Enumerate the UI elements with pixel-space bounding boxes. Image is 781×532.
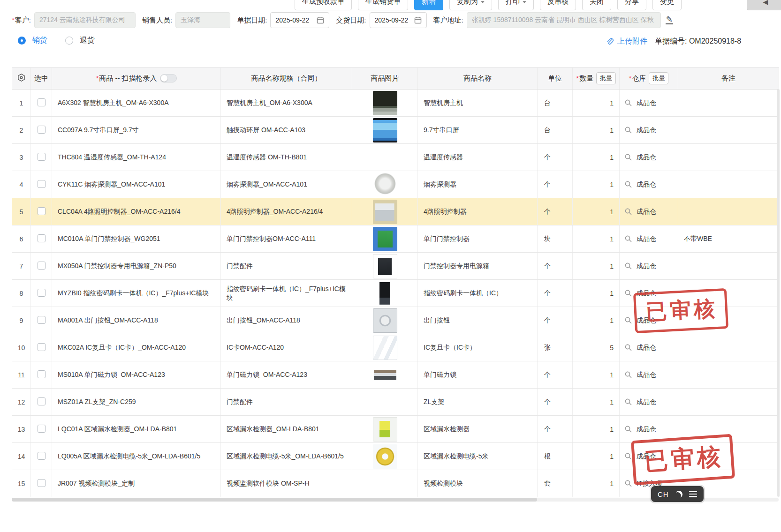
remark-cell[interactable] (678, 307, 779, 334)
remark-cell[interactable] (678, 389, 779, 416)
warehouse-cell[interactable]: 成品仓 (620, 171, 678, 198)
product-image[interactable] (373, 227, 397, 251)
barcode-scan-toggle[interactable] (160, 74, 177, 82)
row-checkbox[interactable] (38, 479, 45, 487)
warehouse-batch-button[interactable]: 批量 (649, 72, 668, 84)
remark-cell[interactable] (678, 171, 779, 198)
remark-cell[interactable] (678, 334, 779, 361)
qty-cell[interactable]: 1 (573, 198, 620, 225)
qty-cell[interactable]: 1 (573, 361, 620, 389)
spec-cell[interactable]: 单门门禁控制器OM-ACC-A111 (221, 225, 352, 253)
spec-cell[interactable]: 门禁配件 (221, 253, 352, 280)
spec-cell[interactable]: 出门按钮_OM-ACC-A118 (221, 307, 352, 334)
remark-cell[interactable] (678, 361, 779, 389)
generate-sales-invoice-button[interactable]: 生成销货单 (358, 0, 408, 10)
warehouse-cell[interactable]: 成品仓 (620, 225, 678, 253)
warehouse-cell[interactable]: 成品仓 (620, 443, 678, 470)
row-checkbox[interactable] (38, 425, 45, 433)
remark-cell[interactable] (678, 416, 779, 443)
qty-cell[interactable]: 1 (573, 416, 620, 443)
product-cell[interactable]: MS010A 单门磁力锁_OM-ACC-A123 (52, 361, 221, 389)
add-new-button[interactable]: 新增 (414, 0, 443, 10)
spec-cell[interactable]: 指纹密码刷卡一体机（IC）_F7plus+IC模块 (221, 280, 352, 307)
remark-cell[interactable] (678, 144, 779, 171)
generate-advance-receipt-button[interactable]: 生成预收款单 (295, 0, 352, 10)
warehouse-cell[interactable]: 成品仓 (620, 307, 678, 334)
row-checkbox[interactable] (38, 207, 45, 215)
spec-cell[interactable]: 门禁配件 (221, 389, 352, 416)
warehouse-cell[interactable]: 成品仓 (620, 416, 678, 443)
remark-cell[interactable]: 不带WBE (678, 225, 779, 253)
product-image[interactable] (373, 200, 397, 224)
row-checkbox[interactable] (38, 262, 45, 270)
product-image[interactable] (373, 254, 397, 278)
product-image[interactable] (373, 91, 397, 115)
product-cell[interactable]: CYK11C 烟雾探测器_OM-ACC-A101 (52, 171, 221, 198)
spec-cell[interactable]: 烟雾探测器_OM-ACC-A101 (221, 171, 352, 198)
language-code[interactable]: CH (658, 490, 669, 498)
qty-cell[interactable]: 1 (573, 443, 620, 470)
warehouse-cell[interactable]: 成品仓 (620, 144, 678, 171)
product-cell[interactable]: MX050A 门禁控制器专用电源箱_ZN-P50 (52, 253, 221, 280)
search-icon[interactable] (624, 99, 632, 107)
warehouse-cell[interactable]: 成品仓 (620, 280, 678, 307)
qty-cell[interactable]: 5 (573, 334, 620, 361)
row-checkbox[interactable] (38, 343, 45, 351)
row-checkbox[interactable] (38, 98, 45, 106)
spec-cell[interactable]: 智慧机房主机_OM-A6-X300A (221, 90, 352, 117)
spec-cell[interactable]: 触摸动环屏 OM-ACC-A103 (221, 117, 352, 144)
qty-cell[interactable]: 1 (573, 90, 620, 117)
search-icon[interactable] (624, 452, 632, 460)
spec-cell[interactable]: IC卡OM-ACC-A120 (221, 334, 352, 361)
product-cell[interactable]: THC804 温湿度传感器_OM-TH-A124 (52, 144, 221, 171)
product-cell[interactable]: MSZ01A ZL支架_ZN-C259 (52, 389, 221, 416)
product-cell[interactable]: MA001A 出门按钮_OM-ACC-A118 (52, 307, 221, 334)
share-button[interactable]: 分享 (617, 0, 646, 10)
qty-cell[interactable]: 1 (573, 253, 620, 280)
product-cell[interactable]: LQC01A 区域漏水检测器_OM-LDA-B801 (52, 416, 221, 443)
spec-cell[interactable]: 温湿度传感器 OM-TH-B801 (221, 144, 352, 171)
qty-cell[interactable]: 1 (573, 171, 620, 198)
product-image[interactable] (373, 336, 397, 360)
warehouse-cell[interactable]: 成品仓 (620, 389, 678, 416)
delivery-date-field[interactable]: 2025-09-22 (370, 12, 427, 28)
qty-cell[interactable]: 1 (573, 144, 620, 171)
warehouse-cell[interactable]: 成品仓 (620, 253, 678, 280)
search-icon[interactable] (624, 208, 632, 216)
product-cell[interactable]: CLC04A 4路照明控制器_OM-ACC-A216/4 (52, 198, 221, 225)
row-checkbox[interactable] (38, 289, 45, 297)
search-icon[interactable] (624, 235, 632, 243)
product-image[interactable] (373, 118, 397, 142)
remark-cell[interactable] (678, 280, 779, 307)
moon-icon[interactable] (675, 490, 683, 499)
row-checkbox[interactable] (38, 153, 45, 161)
print-button[interactable]: 打印 (498, 0, 534, 10)
remark-cell[interactable] (678, 90, 779, 117)
qty-cell[interactable]: 1 (573, 307, 620, 334)
language-bar[interactable]: CH (651, 486, 704, 502)
search-icon[interactable] (624, 480, 632, 487)
row-checkbox[interactable] (38, 126, 45, 134)
product-cell[interactable]: MKC02A IC复旦卡（IC卡）_OM-ACC-A120 (52, 334, 221, 361)
product-image[interactable] (373, 444, 397, 469)
spec-cell[interactable]: 单门磁力锁_OM-ACC-A123 (221, 361, 352, 389)
search-icon[interactable] (624, 153, 632, 161)
spec-cell[interactable]: 区域漏水检测电缆-5米_OM-LDA-B601/5 (221, 443, 352, 470)
remark-cell[interactable] (678, 198, 779, 225)
spec-cell[interactable]: 4路照明控制器_OM-ACC-A216/4 (221, 198, 352, 225)
remark-cell[interactable] (678, 253, 779, 280)
qty-cell[interactable]: 1 (573, 280, 620, 307)
row-checkbox[interactable] (38, 180, 45, 188)
row-checkbox[interactable] (38, 397, 45, 405)
search-icon[interactable] (624, 262, 632, 270)
row-checkbox[interactable] (38, 234, 45, 242)
product-image[interactable] (373, 308, 397, 333)
qty-cell[interactable]: 1 (573, 117, 620, 144)
nav-back-button[interactable]: ◀ (747, 0, 781, 10)
product-cell[interactable]: MYZBI0 指纹密码刷卡一体机（IC）_F7plus+IC模块 (52, 280, 221, 307)
product-cell[interactable]: JR007 视频检测模块_定制 (52, 470, 221, 497)
search-icon[interactable] (624, 371, 632, 379)
upload-attachment-link[interactable]: 上传附件 (606, 37, 647, 46)
warehouse-cell[interactable]: 成品仓 (620, 117, 678, 144)
product-image[interactable] (373, 417, 397, 442)
